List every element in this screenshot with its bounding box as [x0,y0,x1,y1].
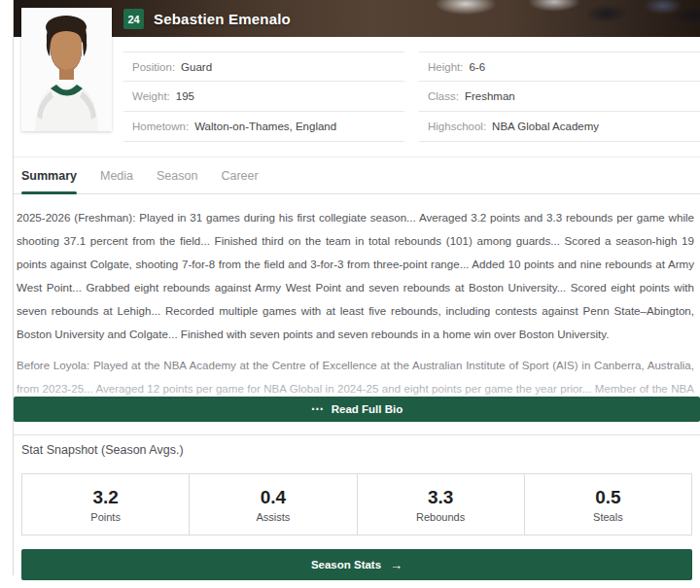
stat-snapshot-heading: Stat Snapshot (Season Avgs.) [21,443,184,457]
info-row-weight: Weight: 195 [123,82,404,112]
info-row-position: Position: Guard [123,52,404,82]
info-label: Weight: [132,90,170,102]
section-divider [14,434,700,435]
season-stats-label: Season Stats [311,559,381,571]
stat-cell-rebounds: 3.3 Rebounds [358,474,525,535]
info-label: Class: [428,90,459,102]
stat-cell-points: 3.2 Points [22,474,190,535]
info-label: Position: [132,61,175,73]
stat-label: Steals [593,511,623,523]
jersey-number-badge: 24 [123,9,144,29]
read-full-bio-button[interactable]: ⋯ Read Full Bio [14,397,700,422]
stat-value: 3.3 [428,487,453,508]
info-value: Walton-on-Thames, England [194,121,336,132]
info-column-left: Position: Guard Weight: 195 Hometown: Wa… [123,52,404,142]
court-photo-banner: 24 Sebastien Emenalo [14,0,700,37]
player-photo [21,8,112,131]
info-value: 6-6 [469,61,485,73]
info-row-highschool: Highschool: NBA Global Academy [419,112,700,142]
info-label: Highschool: [428,121,486,132]
tab-summary[interactable]: Summary [21,157,77,193]
tab-season[interactable]: Season [157,157,197,193]
info-label: Height: [428,61,463,73]
stat-value: 0.5 [595,487,620,508]
tab-career[interactable]: Career [221,157,258,193]
stat-cell-assists: 0.4 Assists [190,474,357,535]
player-profile-page: 24 Sebastien Emenalo [0,0,700,588]
stat-label: Assists [256,511,290,523]
bio-paragraph-current-season: 2025-2026 (Freshman): Played in 31 games… [17,206,694,346]
read-full-bio-label: Read Full Bio [332,403,402,415]
info-column-right: Height: 6-6 Class: Freshman Highschool: … [419,52,700,142]
info-value: Freshman [465,90,515,102]
player-info-grid: Position: Guard Weight: 195 Hometown: Wa… [123,52,700,142]
info-value: 195 [176,90,194,102]
info-value: Guard [181,61,212,73]
banner-title-group: 24 Sebastien Emenalo [123,9,291,29]
player-headshot-illustration [21,8,112,131]
info-row-hometown: Hometown: Walton-on-Thames, England [123,112,404,142]
stat-cell-steals: 0.5 Steals [525,474,691,535]
stat-label: Rebounds [416,511,465,523]
season-stats-button[interactable]: Season Stats → [21,549,692,580]
bio-section: 2025-2026 (Freshman): Played in 31 games… [14,194,700,424]
profile-content: 24 Sebastien Emenalo [14,0,700,588]
stat-snapshot-box: 3.2 Points 0.4 Assists 3.3 Rebounds 0.5 … [21,473,692,536]
page-left-gutter [0,0,14,575]
stat-value: 0.4 [261,487,286,508]
info-row-class: Class: Freshman [419,82,700,112]
info-row-height: Height: 6-6 [419,52,700,82]
tab-media[interactable]: Media [100,157,133,193]
info-value: NBA Global Academy [492,121,599,132]
profile-tabbar: Summary Media Season Career [14,156,700,194]
arrow-right-icon: → [390,559,402,571]
player-name: Sebastien Emenalo [154,11,291,27]
stat-value: 3.2 [92,487,118,508]
ellipsis-icon: ⋯ [311,402,325,415]
info-label: Hometown: [132,121,189,132]
stat-label: Points [90,511,121,523]
